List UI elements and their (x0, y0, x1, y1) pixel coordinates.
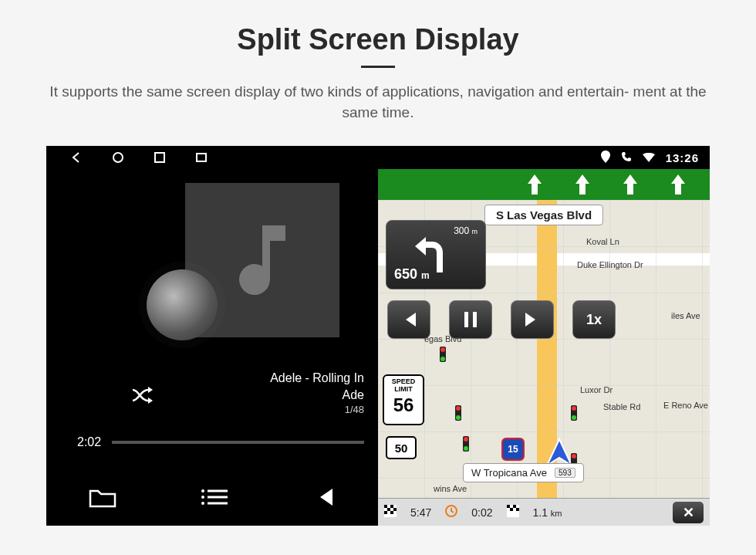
svg-rect-10 (464, 312, 468, 327)
svg-point-8 (201, 496, 204, 499)
lane-arrow-icon (670, 174, 687, 195)
svg-rect-3 (197, 154, 205, 161)
close-button[interactable]: ✕ (673, 502, 704, 523)
cross-street-sign: W Tropicana Ave 593 (463, 463, 584, 482)
previous-track-button[interactable] (312, 486, 336, 512)
recents-icon[interactable] (153, 151, 167, 164)
wifi-icon (643, 151, 655, 164)
svg-point-7 (201, 489, 204, 492)
svg-rect-23 (510, 508, 513, 511)
home-icon[interactable] (111, 151, 125, 164)
next-button[interactable] (511, 300, 554, 339)
picture-icon (194, 151, 208, 164)
svg-point-0 (113, 153, 123, 162)
status-bar: 13:26 (46, 146, 710, 169)
page-subtitle: It supports the same screen display of t… (0, 82, 756, 123)
nav-media-controls: 1x (387, 300, 616, 339)
music-bottom-controls (46, 472, 378, 526)
svg-rect-14 (390, 505, 393, 508)
page-title: Split Screen Display (0, 23, 756, 56)
svg-rect-24 (516, 508, 519, 511)
elapsed-time: 2:02 (77, 435, 101, 449)
lane-arrow-icon (526, 174, 543, 195)
lane-guidance-bar (378, 169, 710, 200)
clock-icon (445, 505, 457, 519)
title-underline (361, 66, 395, 68)
svg-rect-17 (384, 511, 387, 514)
svg-rect-22 (513, 505, 516, 508)
status-time: 13:26 (666, 151, 699, 164)
track-title: Adele - Rolling In (270, 370, 364, 387)
back-icon[interactable] (69, 151, 83, 164)
svg-rect-15 (387, 508, 390, 511)
next-turn-main-distance: 650 m (394, 266, 430, 283)
svg-rect-16 (393, 508, 397, 511)
distance-remaining: 1.1 km (533, 506, 562, 519)
device-screenshot: 13:26 Adele - Rolling In Ade 1/48 2:02 (46, 146, 710, 526)
music-note-icon (216, 214, 309, 306)
svg-rect-11 (473, 312, 477, 327)
track-artist: Ade (270, 387, 364, 404)
pause-button[interactable] (449, 300, 492, 339)
route-shield: 50 (386, 436, 417, 459)
traffic-light-icon (463, 436, 469, 452)
camera-lens (147, 269, 218, 340)
traffic-light-icon (455, 405, 461, 421)
playlist-button[interactable] (201, 488, 228, 509)
interstate-shield: 15 (501, 438, 525, 461)
music-pane: Adele - Rolling In Ade 1/48 2:02 (46, 146, 378, 526)
lane-arrow-icon (622, 174, 639, 195)
next-turn-card[interactable]: 300 m 650 m (386, 220, 486, 289)
flag-icon (384, 505, 397, 519)
track-info: Adele - Rolling In Ade 1/48 (270, 370, 364, 417)
svg-rect-18 (390, 511, 393, 514)
traffic-light-icon (440, 347, 446, 362)
time-remaining: 0:02 (471, 506, 492, 519)
current-street-sign: S Las Vegas Blvd (484, 205, 603, 225)
progress-row: 2:02 (77, 435, 364, 449)
playback-speed-button[interactable]: 1x (572, 300, 616, 339)
next-turn-small-distance: 300 m (454, 225, 478, 236)
lane-arrow-icon (574, 174, 591, 195)
speed-limit-sign: SPEED LIMIT 56 (383, 374, 424, 425)
traffic-light-icon (571, 405, 577, 421)
svg-point-9 (201, 502, 204, 505)
map-pane[interactable]: S Las Vegas Blvd 300 m 650 m 1x SPEED LI… (378, 146, 710, 526)
flag-icon (507, 505, 519, 519)
nav-bottom-bar: 5:47 0:02 1.1 km ✕ (378, 498, 710, 526)
shuffle-button[interactable] (131, 385, 157, 408)
track-index: 1/48 (270, 403, 364, 417)
eta-value: 5:47 (410, 506, 431, 519)
svg-rect-21 (507, 505, 510, 508)
progress-bar[interactable] (112, 441, 364, 444)
folder-button[interactable] (89, 486, 116, 511)
svg-rect-1 (155, 153, 164, 162)
phone-icon (621, 151, 632, 164)
location-icon (601, 151, 610, 165)
prev-button[interactable] (387, 300, 430, 339)
svg-rect-13 (384, 505, 387, 508)
